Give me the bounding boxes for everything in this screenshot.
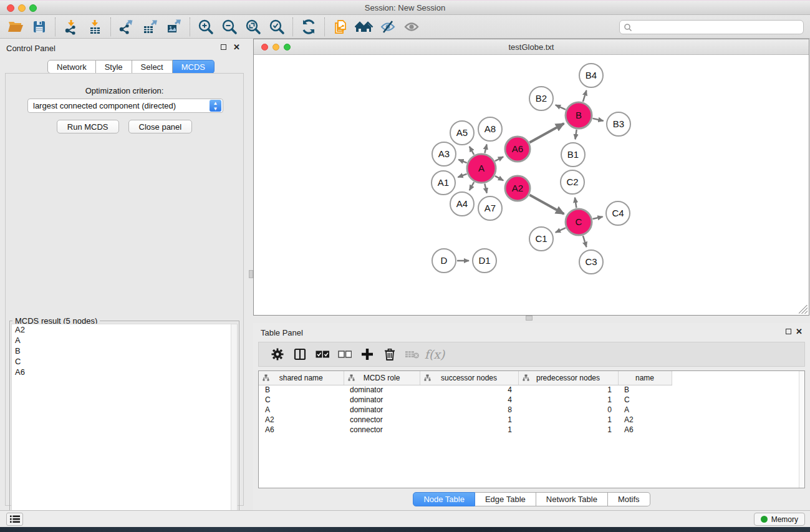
delete-column-button[interactable] xyxy=(378,345,401,364)
graph-edge-A-A1[interactable] xyxy=(458,174,466,177)
table-cell[interactable]: A xyxy=(259,405,344,415)
table-cell[interactable]: B xyxy=(259,385,344,395)
result-list-scrollbar[interactable] xyxy=(231,324,237,530)
table-cell[interactable]: A2 xyxy=(618,415,672,425)
criterion-dropdown[interactable]: largest connected component (directed) ▲… xyxy=(27,99,223,113)
tab-style[interactable]: Style xyxy=(96,60,132,74)
column-header-shared-name[interactable]: shared name xyxy=(259,371,344,385)
graph-edge-B-B1[interactable] xyxy=(576,130,577,140)
search-input[interactable] xyxy=(632,22,803,33)
window-resize-grip[interactable] xyxy=(799,305,808,314)
float-table-panel-icon[interactable] xyxy=(786,329,791,334)
graph-edge-A-A4[interactable] xyxy=(470,182,474,190)
export-table-button[interactable] xyxy=(138,17,162,37)
zoom-in-button[interactable] xyxy=(194,17,218,37)
table-cell[interactable]: A6 xyxy=(259,425,344,435)
graph-edge-A2-C[interactable] xyxy=(529,195,564,214)
table-cell[interactable]: A xyxy=(618,405,672,415)
graph-edge-C-C3[interactable] xyxy=(583,236,587,247)
run-mcds-button[interactable]: Run MCDS xyxy=(57,120,119,133)
table-cell[interactable]: connector xyxy=(344,425,420,435)
import-table-button[interactable] xyxy=(83,17,107,37)
close-table-panel-icon[interactable]: ✕ xyxy=(796,327,803,336)
table-cell[interactable]: 1 xyxy=(420,415,518,425)
mcds-result-item[interactable]: C xyxy=(12,356,237,367)
vertical-split-grip[interactable] xyxy=(249,270,253,278)
tab-node-table[interactable]: Node Table xyxy=(413,492,475,506)
apply-layout-button[interactable] xyxy=(297,17,321,37)
select-all-columns-button[interactable] xyxy=(311,345,334,364)
table-row[interactable]: Cdominator41C xyxy=(259,395,801,405)
column-header-successor-nodes[interactable]: successor nodes xyxy=(420,371,518,385)
table-cell[interactable]: 1 xyxy=(518,415,618,425)
graph-edge-C-C1[interactable] xyxy=(556,228,566,232)
float-panel-icon[interactable] xyxy=(221,44,226,50)
tab-network[interactable]: Network xyxy=(47,60,96,74)
show-all-button[interactable] xyxy=(400,17,423,37)
table-cell[interactable]: dominator xyxy=(344,395,420,405)
delete-table-button[interactable] xyxy=(401,345,423,364)
mcds-result-item[interactable]: A2 xyxy=(12,324,237,335)
graph-edge-A-A7[interactable] xyxy=(485,183,486,193)
column-header-predecessor-nodes[interactable]: predecessor nodes xyxy=(518,371,618,385)
save-session-button[interactable] xyxy=(27,17,51,37)
graph-edge-B-B3[interactable] xyxy=(593,118,604,121)
table-row[interactable]: Bdominator41B xyxy=(259,385,801,395)
table-cell[interactable]: 1 xyxy=(518,395,618,405)
table-cell[interactable]: 0 xyxy=(518,405,618,415)
table-cell[interactable]: connector xyxy=(344,415,420,425)
first-neighbors-button[interactable] xyxy=(352,17,376,37)
table-cell[interactable]: 1 xyxy=(518,425,618,435)
graph-edge-A-A2[interactable] xyxy=(495,176,503,180)
open-session-button[interactable] xyxy=(4,17,27,37)
table-cell[interactable]: 4 xyxy=(420,395,518,405)
mcds-result-item[interactable]: A6 xyxy=(12,367,237,377)
table-cell[interactable]: dominator xyxy=(344,405,420,415)
table-cell[interactable]: 4 xyxy=(420,385,518,395)
column-header-name[interactable]: name xyxy=(618,371,672,385)
tab-mcds[interactable]: MCDS xyxy=(173,60,215,74)
table-row[interactable]: A6connector11A6 xyxy=(259,425,801,435)
export-image-button[interactable] xyxy=(162,17,186,37)
table-cell[interactable]: 8 xyxy=(420,405,518,415)
table-cell[interactable]: C xyxy=(618,395,672,405)
table-cell[interactable]: A2 xyxy=(259,415,344,425)
graph-edge-A-A8[interactable] xyxy=(485,144,486,153)
mcds-result-item[interactable]: A xyxy=(12,335,237,346)
table-cell[interactable]: 1 xyxy=(420,425,518,435)
search-field[interactable] xyxy=(619,20,804,34)
graph-edge-A-A3[interactable] xyxy=(458,160,466,163)
export-network-button[interactable] xyxy=(115,17,138,37)
tab-network-table[interactable]: Network Table xyxy=(536,492,608,506)
zoom-out-button[interactable] xyxy=(218,17,241,37)
hide-selected-button[interactable] xyxy=(376,17,400,37)
column-header-mcds-role[interactable]: MCDS role xyxy=(344,371,420,385)
create-column-button[interactable] xyxy=(356,345,378,364)
table-settings-button[interactable] xyxy=(266,345,289,364)
table-cell[interactable]: B xyxy=(618,385,672,395)
mcds-result-item[interactable]: B xyxy=(12,346,237,356)
close-panel-icon[interactable]: ✕ xyxy=(233,42,240,52)
import-network-button[interactable] xyxy=(59,17,83,37)
table-cell[interactable]: 1 xyxy=(518,385,618,395)
table-scrollbar[interactable] xyxy=(799,371,804,488)
show-columns-button[interactable] xyxy=(289,345,311,364)
close-panel-button[interactable]: Close panel xyxy=(128,120,193,133)
tab-motifs[interactable]: Motifs xyxy=(608,492,650,506)
zoom-selected-button[interactable] xyxy=(265,17,289,37)
graph-edge-A-A5[interactable] xyxy=(470,147,474,155)
table-cell[interactable]: C xyxy=(259,395,344,405)
graph-edge-B-B4[interactable] xyxy=(583,90,587,102)
tab-select[interactable]: Select xyxy=(132,60,173,74)
show-task-history-button[interactable] xyxy=(6,513,23,526)
network-canvas[interactable]: AA1A2A3A4A5A6A7A8BB1B2B3B4CC1C2C3C4DD1 xyxy=(254,56,809,315)
zoom-fit-button[interactable] xyxy=(241,17,265,37)
table-row[interactable]: Adominator80A xyxy=(259,405,801,415)
horizontal-split-grip[interactable] xyxy=(526,316,533,321)
unselect-all-columns-button[interactable] xyxy=(334,345,356,364)
table-row[interactable]: A2connector11A2 xyxy=(259,415,801,425)
table-cell[interactable]: A6 xyxy=(618,425,672,435)
function-builder-button[interactable]: f(x) xyxy=(423,345,446,364)
graph-edge-B-B2[interactable] xyxy=(556,105,566,109)
graph-edge-A-A6[interactable] xyxy=(495,157,503,161)
